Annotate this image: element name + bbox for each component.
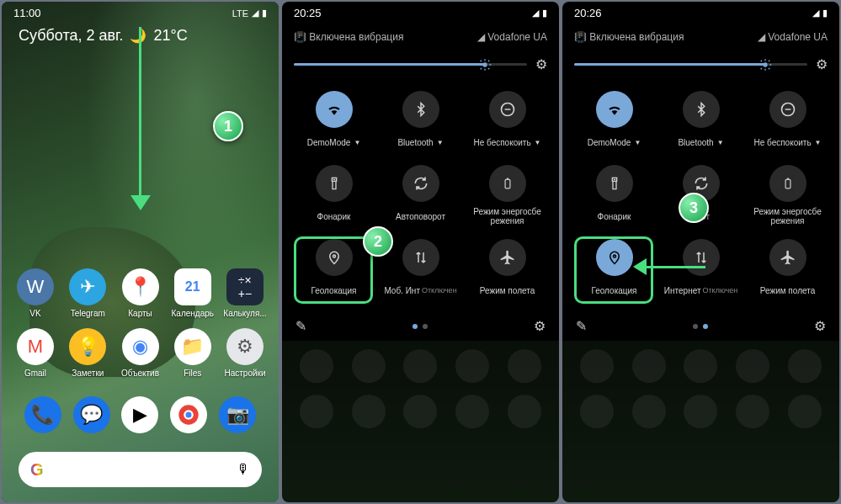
flashlight-icon (596, 165, 633, 202)
tile-label: DemoMode▼ (588, 133, 641, 151)
tile-label: Фонарик (598, 207, 631, 225)
qs-tile-wifi[interactable]: DemoMode▼ (574, 86, 654, 157)
app-files[interactable]: 📁Files (169, 328, 216, 378)
qs-tile-battery[interactable]: Режим энергосбе режения (748, 160, 828, 231)
tile-label: Bluetooth▼ (397, 133, 443, 151)
qs-tile-bluetooth[interactable]: Bluetooth▼ (661, 86, 741, 157)
carrier-label: ◢ Vodafone UA (477, 31, 547, 43)
tile-label: Bluetooth▼ (678, 133, 723, 151)
app-chrome[interactable] (170, 396, 207, 433)
edit-tiles-icon[interactable]: ✎ (576, 318, 587, 334)
qs-tile-wifi[interactable]: DemoMode▼ (294, 86, 374, 157)
vibration-status: 📳 Включена вибрация (574, 31, 684, 43)
status-bar: 11:00 LTE ◢ ▮ (2, 2, 279, 24)
step-badge-1: 1 (213, 111, 243, 141)
google-logo: G (30, 460, 44, 480)
highlight-location (294, 236, 373, 304)
qs-tile-airplane[interactable]: Режим полета (467, 234, 547, 305)
tile-label: Не беспокоить▼ (753, 133, 821, 151)
phone-home: 11:00 LTE ◢ ▮ Суббота, 2 авг. 🌙 21°C 1 W… (2, 2, 279, 502)
clock: 20:26 (574, 7, 602, 19)
app-row-1: WVK ✈Telegram 📍Карты 21Календарь ÷×+−Кал… (12, 268, 269, 318)
tile-label: Не беспокоить▼ (473, 133, 540, 151)
app-play[interactable]: ▶ (121, 396, 158, 433)
tile-label: Автоповорот (396, 207, 445, 225)
signal-icon: ◢ (532, 8, 539, 19)
settings-icon[interactable]: ⚙ (814, 318, 826, 334)
tile-label: ИнтернетОтключен (664, 281, 737, 300)
edit-tiles-icon[interactable]: ✎ (295, 318, 306, 334)
app-telegram[interactable]: ✈Telegram (64, 268, 111, 318)
clock: 11:00 (13, 7, 41, 19)
app-calendar[interactable]: 21Календарь (169, 268, 216, 318)
battery-icon (769, 165, 806, 202)
app-lens[interactable]: ◉Объектив (117, 328, 164, 378)
tile-label: DemoMode▼ (307, 133, 361, 151)
qs-tile-flashlight[interactable]: Фонарик (574, 160, 654, 231)
dimmed-homescreen (282, 341, 559, 502)
qs-tile-dnd[interactable]: Не беспокоить▼ (467, 86, 547, 157)
battery-icon: ▮ (542, 8, 547, 19)
status-bar: 20:26 ◢▮ (562, 2, 839, 24)
signal-icon: ◢ (812, 8, 819, 19)
app-phone[interactable]: 📞 (24, 396, 61, 433)
settings-gear-icon[interactable]: ⚙ (816, 56, 828, 72)
page-indicator (413, 324, 428, 329)
app-gmail[interactable]: MGmail (12, 328, 59, 378)
app-settings[interactable]: ⚙Настройки (221, 328, 269, 378)
dnd-icon (769, 91, 806, 128)
tile-label: Режим полета (760, 281, 815, 300)
wifi-icon (316, 91, 353, 128)
app-calculator[interactable]: ÷×+−Калькуля... (221, 268, 269, 318)
clock: 20:25 (294, 7, 322, 19)
tile-label: Режим энергосбе режения (748, 207, 828, 225)
tile-label: Фонарик (317, 207, 351, 225)
app-maps[interactable]: 📍Карты (117, 268, 164, 318)
dnd-icon (489, 91, 526, 128)
app-camera[interactable]: 📷 (219, 396, 256, 433)
dimmed-homescreen (562, 341, 839, 502)
svg-rect-5 (505, 179, 510, 188)
svg-point-1 (185, 411, 193, 418)
flashlight-icon (316, 165, 353, 202)
settings-gear-icon[interactable]: ⚙ (535, 56, 547, 72)
google-search-bar[interactable]: G 🎙 (19, 452, 262, 487)
page-indicator (693, 324, 708, 329)
qs-tile-rotate[interactable]: Автоповорот (381, 160, 460, 231)
rotate-icon (402, 165, 439, 202)
bluetooth-icon (683, 91, 720, 128)
qs-tile-bluetooth[interactable]: Bluetooth▼ (381, 86, 460, 157)
battery-icon (489, 165, 526, 202)
tile-label: Режим энергосбе режения (467, 207, 547, 225)
phone-qs-on: 20:26 ◢▮ 📳 Включена вибрация ◢ Vodafone … (562, 2, 839, 502)
brightness-slider[interactable]: ⚙ (282, 50, 559, 79)
svg-point-2 (482, 62, 487, 66)
app-row-2: MGmail 💡Заметки ◉Объектив 📁Files ⚙Настро… (12, 328, 269, 378)
weather-date: Суббота, 2 авг. (19, 27, 123, 45)
app-keep[interactable]: 💡Заметки (64, 328, 111, 378)
vibration-status: 📳 Включена вибрация (294, 31, 403, 43)
data-icon (402, 239, 439, 276)
app-grid: WVK ✈Telegram 📍Карты 21Календарь ÷×+−Кал… (2, 260, 279, 502)
settings-icon[interactable]: ⚙ (534, 318, 546, 334)
weather-widget[interactable]: Суббота, 2 авг. 🌙 21°C (19, 27, 188, 45)
battery-icon: ▮ (262, 8, 267, 19)
airplane-icon (769, 239, 806, 276)
signal-icon: ◢ (252, 8, 258, 19)
qs-tile-airplane[interactable]: Режим полета (748, 234, 828, 305)
assistant-icon[interactable]: 🎙 (237, 462, 250, 477)
qs-tile-battery[interactable]: Режим энергосбе режения (467, 160, 547, 231)
battery-icon: ▮ (822, 8, 828, 19)
tile-label: Моб. ИнтОтключен (384, 281, 456, 300)
app-messages[interactable]: 💬 (73, 396, 110, 433)
dock: 📞 💬 ▶ 📷 (12, 388, 269, 445)
status-bar: 20:25 ◢▮ (282, 2, 559, 24)
qs-tile-flashlight[interactable]: Фонарик (294, 160, 374, 231)
app-vk[interactable]: WVK (12, 268, 59, 318)
bluetooth-icon (402, 91, 439, 128)
qs-tile-dnd[interactable]: Не беспокоить▼ (748, 86, 828, 157)
wifi-icon (596, 91, 633, 128)
brightness-slider[interactable]: ⚙ (562, 50, 839, 79)
tile-label: Режим полета (480, 281, 535, 300)
weather-temp: 21°C (153, 27, 187, 45)
